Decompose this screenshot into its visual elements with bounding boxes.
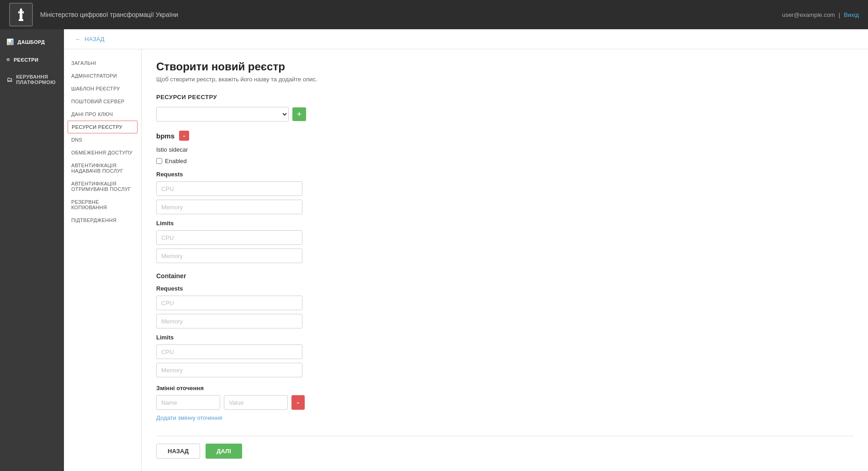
header-left: Міністерство цифрової трансформації Укра… (9, 3, 178, 26)
nav-item-dns[interactable]: DNS (64, 133, 141, 146)
resources-section-title: РЕСУРСИ РЕЄСТРУ (156, 94, 853, 101)
nav-item-auth-providers[interactable]: АВТЕНТИФІКАЦІЯ НАДАВАЧІВ ПОСЛУГ (64, 159, 141, 177)
container-limits-label: Limits (156, 334, 853, 341)
next-button[interactable]: ДАЛІ (206, 444, 242, 459)
layout: 📊 ДАШБОРД ≡ РЕЄСТРИ 🗂 КЕРУВАННЯ ПЛАТФОРМ… (0, 29, 868, 471)
nav-item-auth-receivers[interactable]: АВТЕНТИФІКАЦІЯ ОТРИМУВАЧІВ ПОСЛУГ (64, 177, 141, 196)
back-label: НАЗАД (85, 36, 105, 42)
add-env-link[interactable]: Додати змінну оточення (156, 414, 222, 421)
env-value-input[interactable] (224, 395, 288, 410)
container-requests-label: Requests (156, 285, 853, 292)
remove-service-button[interactable]: - (179, 131, 189, 141)
service-header: bpms - (156, 131, 853, 141)
back-button[interactable]: НАЗАД (156, 444, 200, 459)
list-icon: ≡ (6, 56, 10, 63)
nav-item-access-restriction[interactable]: ОБМЕЖЕННЯ ДОСТУПУ (64, 146, 141, 159)
sidebar-item-label: РЕЄСТРИ (14, 57, 38, 63)
service-limits-label: Limits (156, 220, 853, 227)
nav-item-admins[interactable]: АДМІНІСТРАТОРИ (64, 69, 141, 82)
page-subtitle: Щоб створити реєстр, вкажіть його назву … (156, 76, 853, 83)
istio-label: Istio sidecar (156, 146, 853, 153)
container-limits-memory-input[interactable] (156, 363, 302, 377)
sidebar-item-dashboard[interactable]: 📊 ДАШБОРД (0, 33, 64, 51)
service-select[interactable] (156, 107, 289, 122)
istio-enabled-checkbox[interactable] (156, 158, 162, 164)
remove-env-button[interactable]: - (291, 395, 305, 410)
container-requests-cpu-input[interactable] (156, 296, 302, 310)
service-requests-cpu-input[interactable] (156, 181, 302, 196)
logo (9, 3, 33, 26)
nav-item-mail-server[interactable]: ПОШТОВИЙ СЕРВЕР (64, 95, 141, 108)
logout-link[interactable]: Вихід (844, 11, 859, 18)
nav-item-confirmation[interactable]: ПІДТВЕРДЖЕННЯ (64, 214, 141, 227)
istio-enabled-row: Enabled (156, 158, 853, 164)
left-nav: ЗАГАЛЬНІ АДМІНІСТРАТОРИ ШАБЛОН РЕЄСТРУ П… (64, 49, 142, 471)
grid-icon: 🗂 (6, 76, 12, 83)
env-name-input[interactable] (156, 395, 220, 410)
nav-item-key-data[interactable]: ДАНІ ПРО КЛЮЧ (64, 108, 141, 121)
container-title: Container (156, 272, 853, 280)
header-right: user@example.com | Вихід (782, 11, 859, 18)
service-requests-memory-input[interactable] (156, 200, 302, 214)
form-area: Створити новий реєстр Щоб створити реєст… (142, 49, 868, 471)
org-name: Міністерство цифрової трансформації Укра… (40, 11, 178, 18)
select-row: + (156, 107, 853, 122)
back-arrow-icon: ← (75, 36, 81, 42)
page-title: Створити новий реєстр (156, 60, 853, 73)
header: Міністерство цифрової трансформації Укра… (0, 0, 868, 29)
dashboard-icon: 📊 (6, 38, 14, 45)
nav-item-registry-template[interactable]: ШАБЛОН РЕЄСТРУ (64, 82, 141, 95)
container-requests-memory-input[interactable] (156, 314, 302, 328)
env-row: - (156, 395, 853, 410)
sidebar-item-platform[interactable]: 🗂 КЕРУВАННЯ ПЛАТФОРМОЮ (0, 69, 64, 90)
service-limits-memory-input[interactable] (156, 249, 302, 263)
top-bar[interactable]: ← НАЗАД (64, 29, 868, 49)
nav-item-registry-resources[interactable]: РЕСУРСИ РЕЄСТРУ (68, 121, 138, 133)
sidebar-item-label: ДАШБОРД (17, 39, 45, 45)
nav-item-general[interactable]: ЗАГАЛЬНІ (64, 57, 141, 69)
service-requests-label: Requests (156, 171, 853, 178)
env-section-title: Змінні оточення (156, 385, 853, 392)
bottom-buttons: НАЗАД ДАЛІ (156, 436, 853, 459)
sidebar-item-registries[interactable]: ≡ РЕЄСТРИ (0, 51, 64, 69)
sidebar: 📊 ДАШБОРД ≡ РЕЄСТРИ 🗂 КЕРУВАННЯ ПЛАТФОРМ… (0, 29, 64, 471)
username: user@example.com (782, 11, 835, 18)
service-name: bpms (156, 132, 175, 140)
container-limits-cpu-input[interactable] (156, 344, 302, 359)
add-service-button[interactable]: + (292, 107, 306, 121)
nav-item-backup[interactable]: РЕЗЕРВНЕ КОПІЮВАННЯ (64, 196, 141, 214)
content-area: ЗАГАЛЬНІ АДМІНІСТРАТОРИ ШАБЛОН РЕЄСТРУ П… (64, 49, 868, 471)
separator: | (839, 11, 840, 18)
main: ← НАЗАД ЗАГАЛЬНІ АДМІНІСТРАТОРИ ШАБЛОН Р… (64, 29, 868, 471)
istio-enabled-label[interactable]: Enabled (165, 158, 187, 164)
service-limits-cpu-input[interactable] (156, 230, 302, 245)
sidebar-item-label: КЕРУВАННЯ ПЛАТФОРМОЮ (16, 74, 58, 85)
